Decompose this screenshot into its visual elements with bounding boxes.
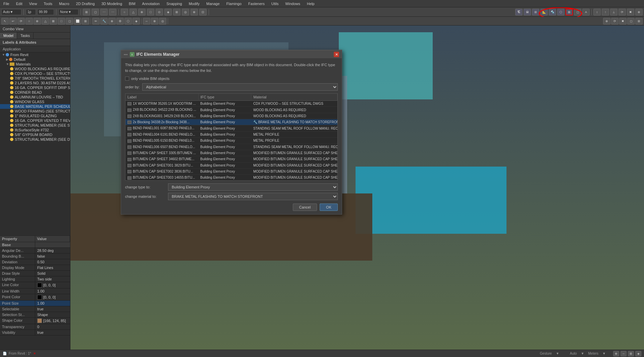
snap-btn7[interactable]: ⊞ [173,9,180,15]
mod-btn1[interactable]: ↔ [143,18,150,25]
snap-btn5[interactable]: ⊙ [156,9,163,15]
tree-materials[interactable]: ▼ Materials [0,62,70,66]
snap-btn4[interactable]: □ [147,9,154,15]
menu-annotation[interactable]: Annotation [141,1,161,6]
menu-edit[interactable]: Edit [15,1,24,6]
menu-flamingo[interactable]: Flamingo [225,1,243,6]
nav-btn3[interactable]: ⊥ [610,9,618,15]
ifc-table-row-1[interactable]: 2X8 BLOCKING 34522:2X8 BLOCKING ...Build… [125,107,337,113]
menu-bim[interactable]: BIM [127,1,137,6]
right-btn2[interactable]: ⟳ [611,18,619,25]
bim-btn2[interactable]: 🏛 [524,9,531,15]
nav-btn1[interactable]: ↕ [593,9,601,15]
menu-modify[interactable]: Modify [187,1,201,6]
tree-item-3[interactable]: 2 LAYERS NO. 30 ASTM D226 AS [0,81,70,85]
tree-item-14[interactable]: 5/8" GYPSUM BOARD [0,132,70,137]
menu-3d-modeling[interactable]: 3D Modeling [100,1,123,6]
draw-btn6[interactable]: ◈ [132,18,140,25]
extra-btn1[interactable]: ⟳ [619,9,626,15]
draw-btn4[interactable]: ⚙ [116,18,124,25]
tool-btn5[interactable]: ⊕ [34,18,41,25]
mod-btn3[interactable]: ◎ [159,18,166,25]
status-nav-btn3[interactable]: ⊞ [628,351,634,356]
menu-tools[interactable]: Tools [42,1,54,6]
view-btn2[interactable]: ⋯ [100,9,108,15]
ifc-table-wrapper[interactable]: Label IFC type Material 1X WOODTRIM 3526… [125,93,338,181]
bim-btn3[interactable]: ⊞ [532,9,539,15]
snap-btn10[interactable]: ⊡ [199,9,207,15]
ifc-table-row-5[interactable]: BEND PANEL004 6191:BEND PANELO...Buildin… [125,131,337,137]
grid-btn[interactable]: ⊞ [83,9,90,15]
right-btn5[interactable]: ⊞ [635,18,643,25]
right-btn4[interactable]: ◻ [627,18,635,25]
ifc-table-row-4[interactable]: BEND PANEL001 6087:BEND PANEL0...Buildin… [125,125,337,131]
only-visible-checkbox[interactable] [125,77,129,81]
tree-item-0[interactable]: WOOD BLOCKING AS REQUIRED [0,66,70,71]
change-mat-select[interactable]: BRAKE METAL FLASHING TO MATCH STOREFRONT [168,193,338,200]
tree-item-11[interactable]: 16 GA. COPPER VENTED T REVE/ [0,118,70,123]
tree-item-9[interactable]: WOOD FRAMING (SEE STRUCT D [0,109,70,114]
p-value[interactable]: 1p [26,9,36,15]
tree-item-12[interactable]: STRUCTURAL MEMBER (SEE STI [0,123,70,128]
tab-tasks[interactable]: Tasks [17,33,34,39]
tool-btn9[interactable]: ◻ [66,18,73,25]
bim-btn6[interactable]: ⬡ [557,9,565,15]
tool-btn10[interactable]: ⬜ [74,18,81,25]
extra-btn3[interactable]: ⊕ [635,9,643,15]
ifc-table-row-7[interactable]: BEND PANEL006 6507:BEND PANELO...Buildin… [125,144,337,150]
ifc-table-row-10[interactable]: BITUMEN CAP SHEET001 3829:BITU...Buildin… [125,162,337,168]
tree-item-1[interactable]: CDX PLYWOOD – SEE STRUCTUI [0,71,70,76]
status-nav-btn1[interactable]: ⊕ [613,351,619,356]
right-btn3[interactable]: ✖ [619,18,627,25]
mod-btn2[interactable]: ⊗ [151,18,158,25]
tree-item-7[interactable]: WINDOW GLASS [0,99,70,104]
draw-btn1[interactable]: ✏ [92,18,100,25]
tree-item-8[interactable]: BASE MATERIAL PER SCHEDULE [0,104,70,109]
view-btn1[interactable]: ◻ [92,9,99,15]
bim-btn1[interactable]: 🏗 [515,9,523,15]
tree-item-6[interactable]: ALUMINIUM LOUVRE – TBD [0,95,70,99]
ifc-table-row-6[interactable]: BEND PANEL005 6150:BEND PANEL0...Buildin… [125,138,337,144]
tool-btn4[interactable]: ○ [25,18,33,25]
snap-btn3[interactable]: ⊕ [138,9,146,15]
ifc-table-row-9[interactable]: BITUMEN CAP SHEET 34602:BITUME...Buildin… [125,156,337,162]
none-dropdown[interactable]: None ▼ [58,9,78,15]
menu-macro[interactable]: Macro [58,1,71,6]
menu-fasteners[interactable]: Fasteners [247,1,266,6]
tree-item-10[interactable]: 1" INSULATED GLAZING [0,114,70,118]
ifc-table-row-0[interactable]: 1X WOODTRIM 35265:1X WOODTRIM ...Buildin… [125,101,337,107]
snap-btn8[interactable]: ◎ [182,9,189,15]
menu-2d-drafting[interactable]: 2D Drafting [75,1,96,6]
snap-btn9[interactable]: ⊗ [191,9,198,15]
bim-btn7[interactable]: ⊠ [566,9,573,15]
dialog-close-button[interactable]: ✕ [334,52,339,57]
menu-utils[interactable]: Utils [270,1,280,6]
menu-file[interactable]: File [2,1,11,6]
menu-windows[interactable]: Windows [284,1,302,6]
ifc-table-row-8[interactable]: BITUMEN CAP SHEET 3305:BITUMEN ...Buildi… [125,150,337,156]
right-btn1[interactable]: ⊕ [603,18,610,25]
tool-btn6[interactable]: △ [42,18,49,25]
bim-btn8[interactable]: ◻ [574,9,581,15]
tool-btn8[interactable]: □ [58,18,65,25]
ifc-table-row-12[interactable]: BITUMEN CAP SHEET003 14655:BITU...Buildi… [125,175,337,181]
snap-btn1[interactable]: ○ [121,9,128,15]
tree-from-revit[interactable]: ▼ From Revit [0,52,70,57]
tree-default[interactable]: ▶ Default [0,57,70,62]
change-type-select[interactable]: Building Element Proxy [168,183,338,191]
tree-item-13[interactable]: IfcSurfaceStyle #732 [0,128,70,132]
bim-btn5[interactable]: 🔩 [549,9,556,15]
menu-manage[interactable]: Manage [205,1,221,6]
view-btn3[interactable]: ⋯ [109,9,116,15]
tree-item-15[interactable]: STRUCTURAL MEMBER (SEE DW [0,137,70,142]
ifc-table-row-3[interactable]: 2x Blocking 34338:2x Blocking 3438...Bui… [125,119,337,125]
status-nav-btn2[interactable]: ↔ [621,351,627,356]
nav-btn2[interactable]: ↑ [602,9,609,15]
tree-item-5[interactable]: CORNER BEAD [0,90,70,95]
draw-btn3[interactable]: ⊕ [108,18,116,25]
bim-btn9[interactable]: A [582,9,590,15]
tool-btn1[interactable]: ↖ [1,18,9,25]
tool-btn7[interactable]: ⊠ [50,18,57,25]
tool-btn11[interactable]: ⊞ [82,18,89,25]
menu-snapping[interactable]: Snapping [165,1,183,6]
